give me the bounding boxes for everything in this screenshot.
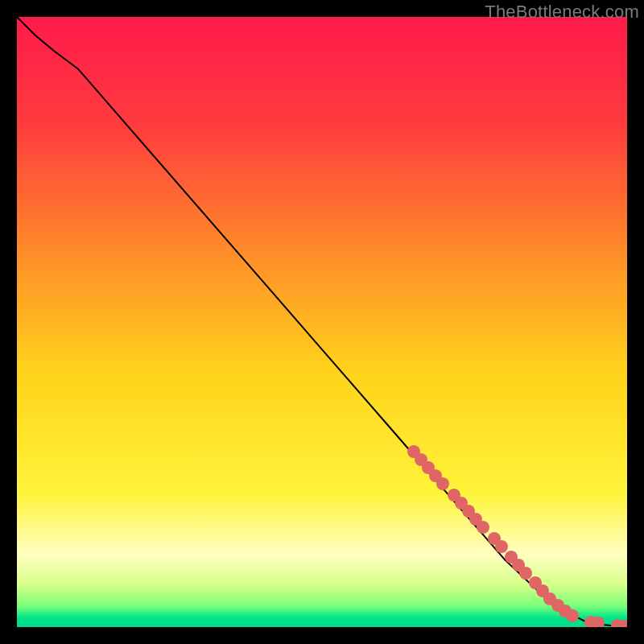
data-marker — [495, 540, 508, 553]
data-marker — [436, 477, 449, 490]
data-marker — [477, 521, 489, 534]
data-marker — [592, 617, 605, 627]
bottleneck-curve — [17, 17, 627, 627]
chart-frame: TheBottleneck.com — [0, 0, 644, 644]
watermark-text: TheBottleneck.com — [485, 2, 639, 23]
data-marker — [618, 620, 627, 627]
plot-area — [17, 17, 627, 627]
data-marker — [566, 609, 579, 622]
